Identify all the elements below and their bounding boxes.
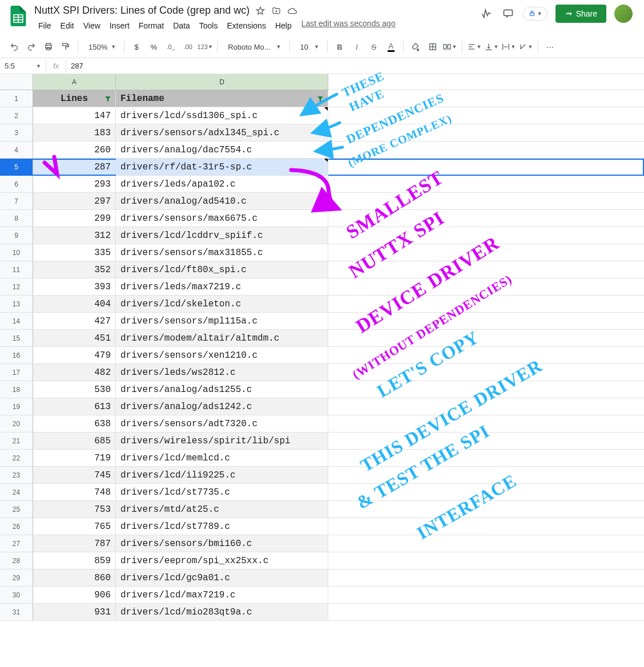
table-row[interactable]: 25753drivers/mtd/at25.c <box>0 501 644 518</box>
cell-lines[interactable]: 260 <box>33 142 116 159</box>
cell-filename[interactable]: drivers/lcd/ssd1306_spi.c <box>116 107 328 124</box>
strike-icon[interactable]: S <box>367 39 381 54</box>
cell-lines[interactable]: 427 <box>33 313 116 330</box>
cell-lines[interactable]: 293 <box>33 176 116 193</box>
cell-filename[interactable]: drivers/analog/ad5410.c <box>116 193 328 210</box>
cell-filename[interactable]: drivers/sensors/mpl115a.c <box>116 313 328 330</box>
cell-lines[interactable]: 530 <box>33 381 116 398</box>
cell-lines[interactable]: 147 <box>33 107 116 124</box>
borders-icon[interactable] <box>425 39 440 54</box>
row-header[interactable]: 19 <box>0 398 33 415</box>
filter-icon[interactable] <box>104 95 112 106</box>
increase-decimal-icon[interactable]: .00 <box>180 39 195 54</box>
row-header[interactable]: 16 <box>0 347 33 364</box>
table-row[interactable]: 4260drivers/analog/dac7554.c <box>0 142 644 159</box>
zoom-select[interactable]: 150%▼ <box>83 42 119 52</box>
row-header[interactable]: 1 <box>0 90 33 107</box>
cell-filename[interactable]: drivers/lcd/mio283qt9a.c <box>116 604 328 621</box>
menu-view[interactable]: View <box>79 19 104 33</box>
wrap-icon[interactable]: ▼ <box>501 39 516 54</box>
table-row[interactable]: 2147drivers/lcd/ssd1306_spi.c <box>0 107 644 124</box>
cell-lines[interactable]: 906 <box>33 587 116 604</box>
table-row[interactable]: 14427drivers/sensors/mpl115a.c <box>0 313 644 330</box>
share-button[interactable]: Share <box>556 5 606 23</box>
fill-color-icon[interactable] <box>408 39 423 54</box>
cell-lines[interactable]: 312 <box>33 227 116 244</box>
cell-lines[interactable]: 931 <box>33 604 116 621</box>
table-row[interactable]: 16479drivers/sensors/xen1210.c <box>0 347 644 364</box>
cell-filename[interactable]: drivers/modem/altair/altmdm.c <box>116 330 328 347</box>
row-header[interactable]: 22 <box>0 450 33 467</box>
table-row[interactable]: 20638drivers/sensors/adt7320.c <box>0 415 644 432</box>
cell-lines[interactable]: 753 <box>33 501 116 518</box>
table-row[interactable]: 30906drivers/lcd/max7219.c <box>0 587 644 604</box>
last-edit-link[interactable]: Last edit was seconds ago <box>301 19 396 33</box>
cell-filename[interactable]: drivers/lcd/st7735.c <box>116 484 328 501</box>
row-header[interactable]: 12 <box>0 278 33 296</box>
row-header[interactable]: 29 <box>0 569 33 587</box>
row-header[interactable]: 27 <box>0 535 33 552</box>
cell-filename[interactable]: drivers/analog/dac7554.c <box>116 142 328 159</box>
table-row[interactable]: 17482drivers/leds/ws2812.c <box>0 364 644 381</box>
cell-lines[interactable]: 479 <box>33 347 116 364</box>
cell-lines[interactable]: 404 <box>33 296 116 313</box>
table-row[interactable]: 23745drivers/lcd/ili9225.c <box>0 467 644 484</box>
cloud-status-icon[interactable] <box>287 6 297 16</box>
table-row[interactable]: 1LinesFilename <box>0 90 644 107</box>
cell-filename[interactable]: drivers/leds/max7219.c <box>116 278 328 296</box>
cell-lines[interactable]: 299 <box>33 210 116 227</box>
paint-format-icon[interactable] <box>58 39 73 54</box>
cell-filename[interactable]: drivers/sensors/bmi160.c <box>116 535 328 552</box>
row-header[interactable]: 8 <box>0 210 33 227</box>
bold-icon[interactable]: B <box>332 39 347 54</box>
percent-button[interactable]: % <box>146 39 161 54</box>
cell-filename[interactable]: drivers/rf/dat-31r5-sp.c <box>116 159 328 176</box>
table-row[interactable]: 31931drivers/lcd/mio283qt9a.c <box>0 604 644 621</box>
cell-lines[interactable]: 638 <box>33 415 116 432</box>
cell-filename[interactable]: drivers/leds/apa102.c <box>116 176 328 193</box>
move-folder-icon[interactable] <box>271 6 281 16</box>
cell-lines[interactable]: 335 <box>33 244 116 261</box>
cell-lines[interactable]: 719 <box>33 450 116 467</box>
cell-filename[interactable]: drivers/eeprom/spi_xx25xx.c <box>116 552 328 569</box>
row-header[interactable]: 31 <box>0 604 33 621</box>
row-header[interactable]: 7 <box>0 193 33 210</box>
avatar[interactable] <box>614 5 633 23</box>
cell-filename[interactable]: drivers/lcd/ft80x_spi.c <box>116 261 328 278</box>
table-row[interactable]: 8299drivers/sensors/max6675.c <box>0 210 644 227</box>
cell-filename[interactable]: drivers/lcd/lcddrv_spiif.c <box>116 227 328 244</box>
table-row[interactable]: 5287drivers/rf/dat-31r5-sp.c <box>0 159 644 176</box>
table-row[interactable]: 24748drivers/lcd/st7735.c <box>0 484 644 501</box>
table-row[interactable]: 11352drivers/lcd/ft80x_spi.c <box>0 261 644 278</box>
menu-tools[interactable]: Tools <box>195 19 222 33</box>
row-header[interactable]: 20 <box>0 415 33 432</box>
cell-lines[interactable]: 297 <box>33 193 116 210</box>
cell-filename[interactable]: drivers/lcd/memlcd.c <box>116 450 328 467</box>
table-row[interactable]: 12393drivers/leds/max7219.c <box>0 278 644 296</box>
cell-filename[interactable]: drivers/lcd/gc9a01.c <box>116 569 328 587</box>
row-header[interactable]: 2 <box>0 107 33 124</box>
cell-filename[interactable]: drivers/analog/ads1242.c <box>116 398 328 415</box>
menu-format[interactable]: Format <box>135 19 168 33</box>
cell-lines[interactable]: 287 <box>33 159 116 176</box>
text-color-icon[interactable]: A <box>384 39 399 54</box>
more-formats-icon[interactable]: 123▼ <box>198 39 212 54</box>
cell-lines[interactable]: 613 <box>33 398 116 415</box>
row-header[interactable]: 10 <box>0 244 33 261</box>
cell-filename[interactable]: drivers/lcd/skeleton.c <box>116 296 328 313</box>
menu-extensions[interactable]: Extensions <box>223 19 269 33</box>
cell-filename[interactable]: drivers/lcd/max7219.c <box>116 587 328 604</box>
star-icon[interactable] <box>255 6 265 16</box>
table-row[interactable]: 6293drivers/leds/apa102.c <box>0 176 644 193</box>
quick-share-button[interactable]: ▼ <box>523 7 548 21</box>
merge-cells-icon[interactable]: ▼ <box>442 39 457 54</box>
cell-lines[interactable]: 748 <box>33 484 116 501</box>
row-header[interactable]: 15 <box>0 330 33 347</box>
more-icon[interactable]: ⋯ <box>543 39 558 54</box>
cell-lines[interactable]: 685 <box>33 432 116 450</box>
row-header[interactable]: 17 <box>0 364 33 381</box>
v-align-icon[interactable]: ▼ <box>484 39 499 54</box>
menu-help[interactable]: Help <box>271 19 296 33</box>
cell-filename[interactable]: drivers/sensors/max6675.c <box>116 210 328 227</box>
table-row[interactable]: 9312drivers/lcd/lcddrv_spiif.c <box>0 227 644 244</box>
